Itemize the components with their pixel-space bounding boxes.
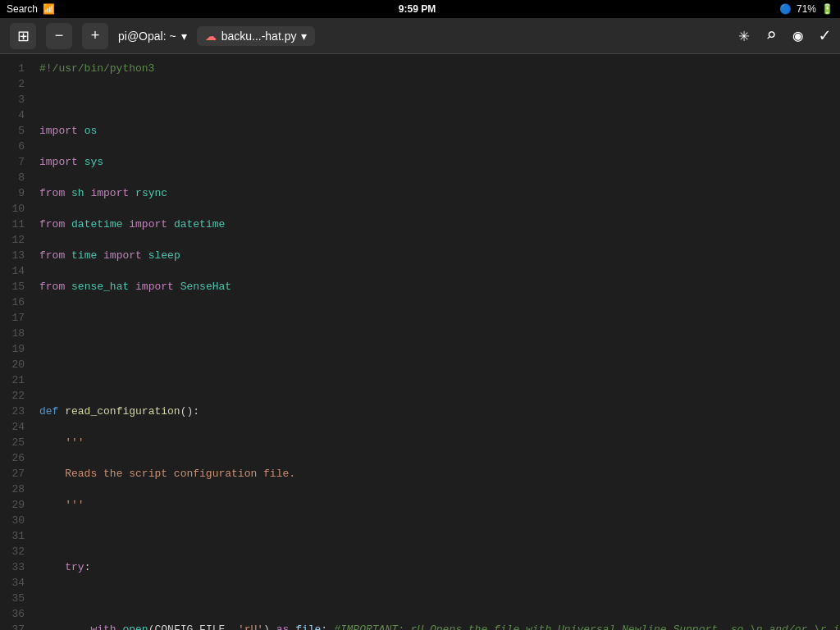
eye-icon[interactable]: ◉ xyxy=(793,25,803,46)
file-name: backu...-hat.py xyxy=(221,30,297,43)
editor: 1 2 3 4 5 6 7 8 9 10 11 12 13 14 15 16 1… xyxy=(0,54,840,630)
star-icon[interactable]: ✳ xyxy=(738,25,749,47)
status-left: Search 📶 xyxy=(7,3,55,15)
status-bar: Search 📶 9:59 PM 🔵 71% 🔋 xyxy=(0,0,840,18)
file-tab[interactable]: ☁ backu...-hat.py ▾ xyxy=(197,26,316,46)
title-actions: ✳ ⌕ ◉ ✓ xyxy=(738,25,830,47)
grid-button[interactable]: ⊞ xyxy=(10,23,36,49)
terminal-label[interactable]: pi@Opal: ~ ▾ xyxy=(118,30,187,43)
file-dropdown-icon: ▾ xyxy=(301,30,307,43)
status-right: 🔵 71% 🔋 xyxy=(779,3,833,15)
status-time: 9:59 PM xyxy=(399,3,436,15)
wifi-icon: 📶 xyxy=(43,3,55,15)
chevron-down-icon: ▾ xyxy=(181,30,187,43)
minus-button[interactable]: − xyxy=(46,23,72,49)
battery-icon: 🔋 xyxy=(821,3,833,15)
line-numbers: 1 2 3 4 5 6 7 8 9 10 11 12 13 14 15 16 1… xyxy=(0,54,33,630)
title-bar: ⊞ − + pi@Opal: ~ ▾ ☁ backu...-hat.py ▾ ✳… xyxy=(0,18,840,54)
terminal-user: pi@Opal: ~ xyxy=(118,30,176,43)
search-app-label[interactable]: Search xyxy=(7,3,38,15)
plus-button[interactable]: + xyxy=(82,23,108,49)
bluetooth-icon: 🔵 xyxy=(779,3,792,15)
code-area[interactable]: #!/usr/bin/python3 import os import sys … xyxy=(33,54,840,630)
cloud-icon: ☁ xyxy=(205,30,217,43)
search-icon[interactable]: ⌕ xyxy=(765,25,776,47)
battery-level: 71% xyxy=(797,3,816,15)
check-icon[interactable]: ✓ xyxy=(819,25,830,47)
